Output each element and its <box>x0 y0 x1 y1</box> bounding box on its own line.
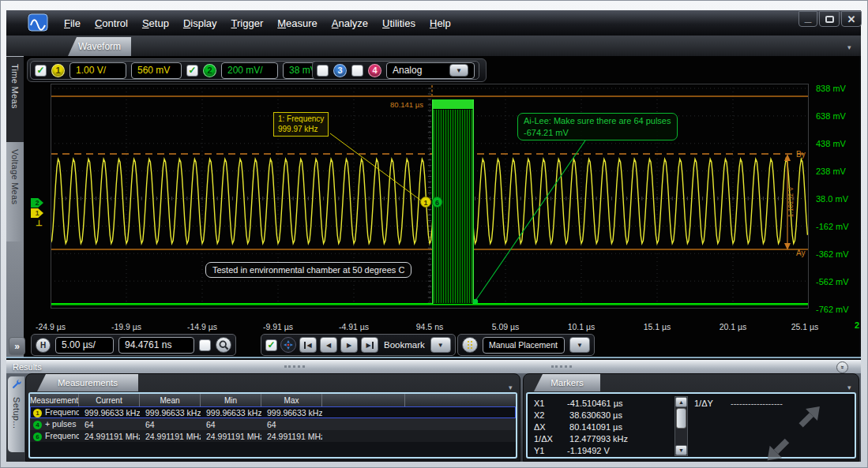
scroll-thumb[interactable] <box>676 408 686 429</box>
marker-row: Y1-1.19492 V <box>534 444 628 456</box>
app-logo-icon <box>28 13 48 32</box>
menu-measure[interactable]: Measure <box>270 17 325 29</box>
table-row[interactable]: 6Frequency 24.991191 MHz 24.991191 MHz 2… <box>30 430 516 442</box>
bookmark-group: ✓ ◀ ◀ ▶ ▶ Bookmark ▼ <box>261 334 456 356</box>
measurement6-badge: 6 <box>33 432 42 441</box>
tab-measurements[interactable]: Measurements <box>37 374 138 391</box>
magnifier-icon <box>218 339 230 351</box>
results-setup-tab[interactable]: Setup... <box>8 376 24 452</box>
display-mode-dropdown-button[interactable]: ▼ <box>449 64 468 77</box>
placement-mode-field[interactable]: Manual Placement <box>483 337 565 354</box>
oscilloscope-application-window: File Control Setup Display Trigger Measu… <box>0 0 868 468</box>
timebase-delay-field[interactable]: 94.4761 ns <box>118 337 194 354</box>
menu: File Control Setup Display Trigger Measu… <box>57 17 458 29</box>
menu-setup[interactable]: Setup <box>135 17 176 29</box>
timebase-group: H 5.00 µs/ 94.4761 ns <box>31 334 236 356</box>
bookmark-next-button[interactable]: ▶ <box>340 337 358 353</box>
menu-trigger[interactable]: Trigger <box>224 17 271 29</box>
scroll-down-button[interactable]: ▼ <box>675 445 687 455</box>
chamber-note[interactable]: Tested in environmental chamber at 50 de… <box>205 262 411 278</box>
placement-dropdown-button[interactable]: ▼ <box>569 337 590 353</box>
menu-utilities[interactable]: Utilities <box>375 17 423 29</box>
zoom-enable-checkbox[interactable] <box>199 339 211 351</box>
zoom-button[interactable] <box>216 337 231 353</box>
markers-dropdown-icon[interactable]: ▾ <box>847 384 851 391</box>
bookmark-anchor-dot[interactable] <box>473 299 478 304</box>
channel1-enable-checkbox[interactable]: ✓ <box>35 65 47 77</box>
menu-display[interactable]: Display <box>176 17 224 29</box>
channel3-badge[interactable]: 3 <box>333 64 347 77</box>
tab-markers[interactable]: Markers <box>534 374 600 391</box>
resize-sw-arrow-icon <box>759 433 795 468</box>
y-axis-label: -762 mV <box>816 305 859 314</box>
sidebar-tab-time-meas[interactable]: Time Meas <box>6 57 24 142</box>
channel2-enable-checkbox[interactable]: ✓ <box>186 65 198 77</box>
y-axis-label: -562 mV <box>816 277 859 286</box>
x-axis-label: 25.1 µs <box>791 322 819 331</box>
splitter-grip[interactable] <box>284 365 305 368</box>
minimize-icon: — <box>805 18 812 26</box>
markers-scrollbar: ▲ ▼ <box>674 396 688 456</box>
x-axis-label: 5.09 µs <box>492 322 520 331</box>
menu-help[interactable]: Help <box>423 17 458 29</box>
close-button[interactable]: ✕ <box>841 11 862 27</box>
splitter-grip[interactable] <box>551 365 572 368</box>
expand-controls-button[interactable]: » <box>9 337 25 355</box>
bookmark-compass-button[interactable] <box>280 337 296 353</box>
placement-group: Manual Placement ▼ <box>457 334 595 356</box>
channel4-badge[interactable]: 4 <box>368 64 381 77</box>
x-axis-label: -4.91 µs <box>339 322 369 331</box>
y-axis-label: -162 mV <box>816 222 859 231</box>
horizontal-button[interactable]: H <box>36 338 51 353</box>
channel2-scale-field[interactable]: 200 mV/ <box>221 62 278 79</box>
results-collapse-button[interactable]: » <box>836 361 848 373</box>
x-axis-label: 94.5 ns <box>416 322 443 331</box>
caret-down-icon: ▼ <box>438 342 444 349</box>
bookmark-note[interactable]: Ai-Lee: Make sure there are 64 pulses -6… <box>517 113 678 140</box>
channel3-enable-checkbox[interactable] <box>317 65 329 77</box>
measurements-dropdown-icon[interactable]: ▾ <box>509 384 513 391</box>
bookmark-first-button[interactable]: ◀ <box>299 337 317 353</box>
marker-row: X2 38.630630 µs <box>534 409 628 421</box>
scope-plot: 80.141 µs By Ay 1.10232 V 1 6 <box>51 84 809 309</box>
table-row[interactable]: 4+ pulses 64 64 64 64 <box>30 418 516 430</box>
x-axis-label: -9.91 µs <box>263 322 293 331</box>
menu-analyze[interactable]: Analyze <box>325 17 375 29</box>
table-row[interactable]: 1Frequency 999.96633 kHz 999.96633 kHz 9… <box>30 406 516 418</box>
channel2-badge[interactable]: 2 <box>203 64 216 77</box>
close-icon: ✕ <box>847 13 856 25</box>
x-axis-label: -19.9 µs <box>111 322 141 331</box>
minimize-button[interactable]: — <box>798 11 817 27</box>
column-header: Min <box>201 394 261 406</box>
measurement1-callout[interactable]: 1: Frequency 999.97 kHz <box>273 112 329 137</box>
trigger-level-icon[interactable]: ⊥ <box>36 219 43 227</box>
collapse-icon: » <box>839 365 846 369</box>
column-header: Measurement <box>30 394 79 406</box>
channel1-scale-field[interactable]: 1.00 V/ <box>70 62 126 79</box>
up-arrow-icon: ▲ <box>678 399 684 405</box>
tab-waveform[interactable]: Waveform <box>68 37 131 56</box>
markers-placement-button[interactable] <box>462 337 478 353</box>
timebase-scale-field[interactable]: 5.00 µs/ <box>55 337 114 354</box>
measurement6-marker-badge[interactable]: 6 <box>432 197 442 208</box>
previous-icon: ◀ <box>306 342 311 349</box>
menu-control[interactable]: Control <box>88 17 135 29</box>
bookmark-previous-button[interactable]: ◀ <box>320 337 337 353</box>
plot-border <box>51 84 809 309</box>
channel34-group: 3 4 Analog ▼ <box>312 61 479 80</box>
channel4-enable-checkbox[interactable] <box>351 65 363 77</box>
bookmark-visible-checkbox[interactable]: ✓ <box>265 339 277 351</box>
measurement1-marker-badge[interactable]: 1 <box>421 197 431 208</box>
maximize-button[interactable] <box>819 11 840 27</box>
channel1-badge[interactable]: 1 <box>51 64 65 77</box>
channel1-offset-field[interactable]: 560 mV <box>131 62 182 79</box>
sidebar-tab-voltage-meas[interactable]: Voltage Meas <box>6 142 24 241</box>
menu-file[interactable]: File <box>57 17 88 29</box>
tabbar-dropdown-icon[interactable]: ▾ <box>847 43 851 51</box>
marker-row: X1-41.510461 µs <box>534 397 628 409</box>
marker-row: ΔX 80.141091 µs <box>534 421 628 432</box>
bookmark-dropdown-button[interactable]: ▼ <box>430 337 451 353</box>
scroll-up-button[interactable]: ▲ <box>675 397 687 407</box>
display-mode-select[interactable]: Analog ▼ <box>386 62 475 79</box>
bookmark-last-button[interactable]: ▶ <box>361 337 378 353</box>
